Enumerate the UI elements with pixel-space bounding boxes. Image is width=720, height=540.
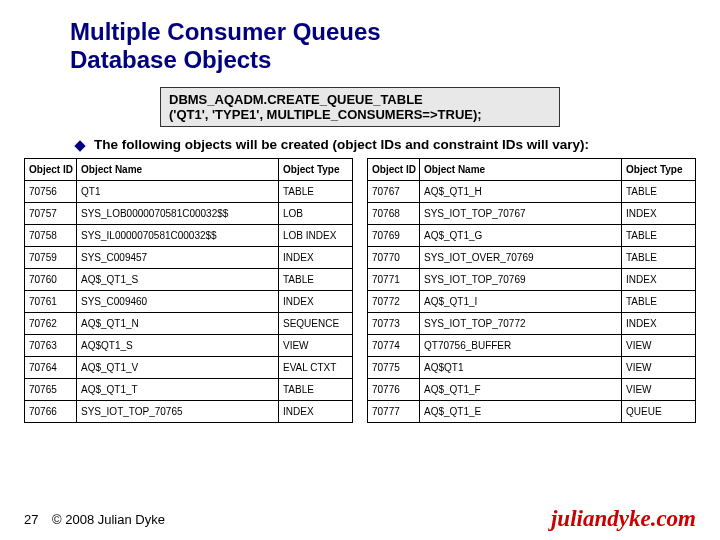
cell-name: AQ$_QT1_H: [420, 181, 622, 203]
table-row: 70765AQ$_QT1_TTABLE: [25, 379, 353, 401]
cell-id: 70775: [368, 357, 420, 379]
cell-id: 70777: [368, 401, 420, 423]
cell-id: 70769: [368, 225, 420, 247]
col-header-type: Object Type: [622, 159, 696, 181]
table-row: 70757SYS_LOB0000070581C00032$$LOB: [25, 203, 353, 225]
table-row: 70768SYS_IOT_TOP_70767INDEX: [368, 203, 696, 225]
cell-id: 70759: [25, 247, 77, 269]
cell-type: INDEX: [622, 313, 696, 335]
cell-name: SYS_IOT_TOP_70769: [420, 269, 622, 291]
table-row: 70758SYS_IL0000070581C00032$$LOB INDEX: [25, 225, 353, 247]
table-row: 70766SYS_IOT_TOP_70765INDEX: [25, 401, 353, 423]
cell-name: SYS_LOB0000070581C00032$$: [77, 203, 279, 225]
cell-id: 70756: [25, 181, 77, 203]
code-block: DBMS_AQADM.CREATE_QUEUE_TABLE ('QT1', 'T…: [160, 87, 560, 127]
cell-id: 70774: [368, 335, 420, 357]
cell-id: 70760: [25, 269, 77, 291]
cell-name: AQ$QT1_S: [77, 335, 279, 357]
cell-type: INDEX: [279, 401, 353, 423]
cell-id: 70758: [25, 225, 77, 247]
cell-id: 70766: [25, 401, 77, 423]
cell-name: SYS_IL0000070581C00032$$: [77, 225, 279, 247]
cell-type: VIEW: [279, 335, 353, 357]
title-line-1: Multiple Consumer Queues: [70, 18, 381, 45]
cell-type: INDEX: [279, 247, 353, 269]
table-row: 70770SYS_IOT_OVER_70769TABLE: [368, 247, 696, 269]
table-row: 70761SYS_C009460INDEX: [25, 291, 353, 313]
cell-id: 70767: [368, 181, 420, 203]
cell-type: TABLE: [279, 269, 353, 291]
cell-type: VIEW: [622, 335, 696, 357]
table-row: 70759SYS_C009457INDEX: [25, 247, 353, 269]
cell-name: SYS_C009457: [77, 247, 279, 269]
cell-name: AQ$_QT1_E: [420, 401, 622, 423]
cell-type: VIEW: [622, 379, 696, 401]
cell-id: 70757: [25, 203, 77, 225]
col-header-type: Object Type: [279, 159, 353, 181]
brand-text: juliandyke.com: [551, 506, 696, 532]
cell-type: EVAL CTXT: [279, 357, 353, 379]
cell-id: 70764: [25, 357, 77, 379]
col-header-id: Object ID: [25, 159, 77, 181]
table-row: 70777AQ$_QT1_EQUEUE: [368, 401, 696, 423]
cell-name: AQ$_QT1_S: [77, 269, 279, 291]
left-table-wrap: Object ID Object Name Object Type 70756Q…: [24, 158, 353, 423]
right-table: Object ID Object Name Object Type 70767A…: [367, 158, 696, 423]
bullet-text: The following objects will be created (o…: [94, 137, 589, 152]
cell-id: 70765: [25, 379, 77, 401]
left-table: Object ID Object Name Object Type 70756Q…: [24, 158, 353, 423]
cell-name: AQ$_QT1_G: [420, 225, 622, 247]
cell-id: 70776: [368, 379, 420, 401]
table-row: 70760AQ$_QT1_STABLE: [25, 269, 353, 291]
cell-name: SYS_C009460: [77, 291, 279, 313]
cell-type: LOB INDEX: [279, 225, 353, 247]
table-row: 70767AQ$_QT1_HTABLE: [368, 181, 696, 203]
cell-type: INDEX: [622, 269, 696, 291]
cell-id: 70772: [368, 291, 420, 313]
cell-id: 70770: [368, 247, 420, 269]
cell-name: AQ$_QT1_F: [420, 379, 622, 401]
col-header-name: Object Name: [420, 159, 622, 181]
table-row: 70756QT1TABLE: [25, 181, 353, 203]
cell-type: TABLE: [279, 181, 353, 203]
right-table-wrap: Object ID Object Name Object Type 70767A…: [367, 158, 696, 423]
cell-type: VIEW: [622, 357, 696, 379]
table-row: 70762AQ$_QT1_NSEQUENCE: [25, 313, 353, 335]
cell-name: SYS_IOT_TOP_70765: [77, 401, 279, 423]
diamond-bullet-icon: [74, 141, 85, 152]
cell-id: 70761: [25, 291, 77, 313]
cell-id: 70771: [368, 269, 420, 291]
slide-title: Multiple Consumer Queues Database Object…: [70, 18, 696, 73]
cell-type: TABLE: [622, 181, 696, 203]
cell-type: INDEX: [622, 203, 696, 225]
cell-name: AQ$_QT1_T: [77, 379, 279, 401]
copyright-text: © 2008 Julian Dyke: [52, 512, 165, 527]
cell-type: SEQUENCE: [279, 313, 353, 335]
cell-name: AQ$_QT1_N: [77, 313, 279, 335]
table-header-row: Object ID Object Name Object Type: [25, 159, 353, 181]
cell-name: QT70756_BUFFER: [420, 335, 622, 357]
cell-name: AQ$QT1: [420, 357, 622, 379]
cell-name: SYS_IOT_TOP_70772: [420, 313, 622, 335]
cell-name: AQ$_QT1_V: [77, 357, 279, 379]
cell-type: TABLE: [622, 291, 696, 313]
cell-id: 70768: [368, 203, 420, 225]
cell-type: INDEX: [279, 291, 353, 313]
table-row: 70773SYS_IOT_TOP_70772INDEX: [368, 313, 696, 335]
footer: 27 © 2008 Julian Dyke juliandyke.com: [0, 506, 720, 532]
cell-id: 70762: [25, 313, 77, 335]
table-row: 70763AQ$QT1_SVIEW: [25, 335, 353, 357]
cell-name: SYS_IOT_OVER_70769: [420, 247, 622, 269]
col-header-id: Object ID: [368, 159, 420, 181]
col-header-name: Object Name: [77, 159, 279, 181]
cell-name: AQ$_QT1_I: [420, 291, 622, 313]
tables-container: Object ID Object Name Object Type 70756Q…: [24, 158, 696, 423]
cell-type: TABLE: [622, 225, 696, 247]
table-header-row: Object ID Object Name Object Type: [368, 159, 696, 181]
cell-name: QT1: [77, 181, 279, 203]
cell-type: TABLE: [622, 247, 696, 269]
cell-type: LOB: [279, 203, 353, 225]
table-row: 70771SYS_IOT_TOP_70769INDEX: [368, 269, 696, 291]
title-line-2: Database Objects: [70, 46, 271, 73]
cell-id: 70773: [368, 313, 420, 335]
